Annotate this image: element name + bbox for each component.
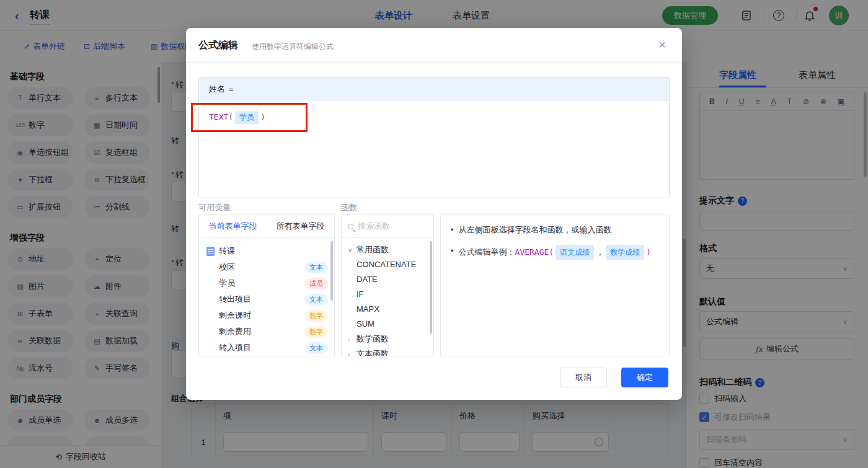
functions-tree: ∨ 常用函数 CONCATENATE DATE IF MAPX SUM › 数学… [342,238,433,356]
variable-row[interactable]: 剩余课时数字 [206,307,328,324]
bullet: • [451,224,454,236]
functions-scrollbar-thumb[interactable] [430,241,432,334]
form-doc-icon [206,247,215,256]
variables-tree: 转课 校区文本 学员成员 转出项目文本 剩余课时数字 剩余费用数字 转入项目文本 [199,238,334,356]
confirm-button[interactable]: 确定 [621,368,668,387]
modal-subtitle: 使用数学运算符编辑公式 [252,42,334,52]
functions-label: 函数 [341,202,357,213]
bullet: • [451,245,454,257]
variable-row[interactable]: 转出项目文本 [206,291,328,307]
type-badge: 文本 [304,342,328,354]
variables-tabs: 当前表单字段 所有表单字段 [199,215,334,238]
example-field-chip: 语文成绩 [556,245,594,260]
variables-label: 可用变量 [198,202,231,213]
example-field-chip: 数学成绩 [606,245,644,260]
close-icon[interactable]: × [658,38,666,52]
variable-row[interactable]: 剩余费用数字 [206,324,328,340]
example-function-keyword: AVERAGE( [515,247,554,257]
type-badge: 数字 [304,326,328,338]
help-line-1: • 从左侧面板选择字段名和函数，或输入函数 [451,224,659,236]
tab-all-form-fields[interactable]: 所有表单字段 [267,215,334,237]
type-badge: 数字 [304,310,328,322]
function-item[interactable]: SUM [348,317,433,332]
formula-expression[interactable]: TEXT(学员) [199,101,669,134]
chevron-right-icon: › [348,336,353,343]
formula-help-panel: • 从左侧面板选择字段名和函数，或输入函数 • 公式编辑举例：AVERAGE(语… [440,214,670,356]
type-badge: 成员 [304,278,328,289]
tab-current-form-fields[interactable]: 当前表单字段 [199,215,267,237]
function-search[interactable]: 搜索函数 [342,215,433,238]
equals-sign: = [229,85,234,94]
search-icon [348,224,353,229]
variables-panel: 当前表单字段 所有表单字段 转课 校区文本 学员成员 转出项目文本 剩余课时数字… [198,214,335,356]
group-text-functions[interactable]: › 文本函数 [348,347,433,356]
function-item[interactable]: MAPX [348,302,433,317]
group-math-functions[interactable]: › 数学函数 [348,332,433,347]
function-item[interactable]: DATE [348,272,433,287]
variable-row[interactable]: 校区文本 [206,259,328,275]
tree-root-node[interactable]: 转课 [206,243,328,259]
function-keyword: TEXT [209,112,228,121]
search-placeholder: 搜索函数 [358,221,390,232]
chevron-down-icon: ∨ [348,247,353,254]
functions-panel: 搜索函数 ∨ 常用函数 CONCATENATE DATE IF MAPX SUM… [341,214,434,356]
type-badge: 文本 [304,294,328,306]
help-line-2: • 公式编辑举例：AVERAGE(语文成绩，数学成绩) [451,245,659,260]
field-chip[interactable]: 学员 [235,111,259,124]
app-root: ‹ 转课 表单设计 表单设置 数据管理 ? 训 ↗ 表单外链 ⊡ 后端脚本 [0,0,868,468]
formula-edit-modal: 公式编辑 使用数学运算符编辑公式 × 姓名 = TEXT(学员) 可用变量 函数… [186,28,682,400]
modal-title: 公式编辑 [198,39,238,52]
target-field-name: 姓名 [209,84,225,95]
formula-editor: 姓名 = TEXT(学员) [198,77,670,198]
function-item[interactable]: CONCATENATE [348,257,433,272]
variable-row[interactable]: 转入项目文本 [206,340,328,356]
divider [186,62,682,63]
function-item[interactable]: IF [348,287,433,302]
variables-scrollbar-thumb[interactable] [330,241,333,301]
chevron-right-icon: › [348,351,353,357]
group-common-functions[interactable]: ∨ 常用函数 [348,242,433,257]
variable-row[interactable]: 学员成员 [206,275,328,291]
cancel-button[interactable]: 取消 [560,368,607,387]
type-badge: 文本 [304,262,328,273]
formula-target-bar: 姓名 = [199,77,669,101]
